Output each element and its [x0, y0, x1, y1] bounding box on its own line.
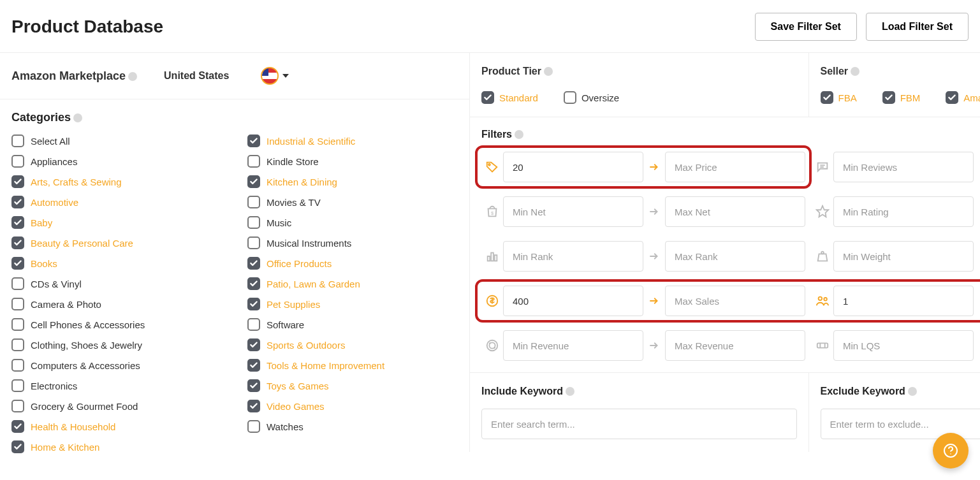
checkbox[interactable] [11, 338, 24, 351]
category-item2-12[interactable]: Toys & Games [247, 379, 458, 392]
category-item-3[interactable]: Automotive [11, 196, 222, 208]
filter-rank-min-input[interactable] [503, 241, 643, 272]
checkbox[interactable] [11, 257, 24, 270]
checkbox[interactable] [247, 277, 260, 290]
checkbox[interactable] [11, 318, 24, 331]
filter-star-min-input[interactable] [833, 196, 974, 227]
checkbox[interactable] [247, 175, 260, 188]
filter-tag-min-input[interactable] [503, 152, 643, 182]
checkbox[interactable] [11, 277, 24, 290]
checkbox[interactable] [247, 318, 260, 331]
filter-bag-min-input[interactable] [503, 196, 643, 227]
category-item-8[interactable]: Camera & Photo [11, 298, 222, 310]
category-item-0[interactable]: Select All [11, 135, 222, 147]
checkbox[interactable] [11, 196, 24, 208]
filter-sellers-min-input[interactable] [833, 286, 974, 316]
category-item2-2[interactable]: Kitchen & Dining [247, 175, 458, 188]
category-item2-8[interactable]: Pet Supplies [247, 298, 458, 310]
seller-item-1[interactable]: FBM [882, 91, 921, 104]
checkbox[interactable] [481, 91, 494, 104]
category-item2-6[interactable]: Office Products [247, 257, 458, 270]
checkbox[interactable] [11, 440, 24, 453]
product-tier-item-1[interactable]: Oversize [564, 91, 619, 104]
checkbox[interactable] [11, 155, 24, 168]
product-tier-item-0[interactable]: Standard [481, 91, 538, 104]
filter-dollar-min-input[interactable] [503, 286, 643, 316]
checkbox[interactable] [247, 236, 260, 249]
category-item2-4[interactable]: Music [247, 216, 458, 229]
checkbox-label: FBM [900, 92, 921, 103]
category-item2-9[interactable]: Software [247, 318, 458, 331]
checkbox[interactable] [11, 298, 24, 310]
category-item-14[interactable]: Health & Household [11, 420, 222, 433]
category-item2-5[interactable]: Musical Instruments [247, 236, 458, 249]
checkbox[interactable] [11, 216, 24, 229]
filter-chat-min-input[interactable] [833, 152, 974, 182]
checkbox[interactable] [564, 91, 576, 104]
include-keyword-input[interactable] [481, 409, 797, 439]
load-filter-button[interactable]: Load Filter Set [866, 13, 969, 41]
filter-tag-max-input[interactable] [665, 152, 805, 182]
checkbox[interactable] [247, 420, 260, 433]
filter-lqs-min-input[interactable] [833, 330, 974, 361]
filter-revenue-min-input[interactable] [503, 330, 643, 361]
checkbox-label: Computers & Accessories [31, 360, 140, 371]
checkbox[interactable] [247, 379, 260, 392]
checkbox[interactable] [247, 155, 260, 168]
filter-rank-max-input[interactable] [665, 241, 805, 272]
checkbox[interactable] [821, 91, 833, 104]
checkbox-label: Industrial & Scientific [267, 136, 355, 147]
svg-text:$: $ [491, 210, 494, 216]
checkbox[interactable] [247, 359, 260, 372]
category-item-5[interactable]: Beauty & Personal Care [11, 236, 222, 249]
checkbox-label: Movies & TV [267, 197, 321, 208]
category-item-10[interactable]: Clothing, Shoes & Jewelry [11, 338, 222, 351]
category-item2-14[interactable]: Watches [247, 420, 458, 433]
filter-revenue-max-input[interactable] [665, 330, 805, 361]
category-item-15[interactable]: Home & Kitchen [11, 440, 222, 453]
filter-bag-max-input[interactable] [665, 196, 805, 227]
checkbox[interactable] [247, 400, 260, 412]
category-item-6[interactable]: Books [11, 257, 222, 270]
category-item-4[interactable]: Baby [11, 216, 222, 229]
category-item2-1[interactable]: Kindle Store [247, 155, 458, 168]
category-item2-13[interactable]: Video Games [247, 400, 458, 412]
arrow-right-icon [974, 295, 980, 307]
checkbox[interactable] [247, 216, 260, 229]
checkbox[interactable] [11, 379, 24, 392]
chat-icon [812, 160, 833, 174]
checkbox[interactable] [247, 135, 260, 147]
category-item-7[interactable]: CDs & Vinyl [11, 277, 222, 290]
checkbox[interactable] [11, 236, 24, 249]
category-item-9[interactable]: Cell Phones & Accessories [11, 318, 222, 331]
checkbox[interactable] [11, 400, 24, 412]
checkbox[interactable] [247, 196, 260, 208]
checkbox[interactable] [247, 257, 260, 270]
checkbox[interactable] [882, 91, 895, 104]
category-item-13[interactable]: Grocery & Gourmet Food [11, 400, 222, 412]
checkbox[interactable] [247, 338, 260, 351]
seller-item-0[interactable]: FBA [821, 91, 857, 104]
checkbox[interactable] [11, 420, 24, 433]
category-item2-3[interactable]: Movies & TV [247, 196, 458, 208]
category-item-1[interactable]: Appliances [11, 155, 222, 168]
category-item-12[interactable]: Electronics [11, 379, 222, 392]
marketplace-selector[interactable] [261, 67, 289, 85]
category-item2-11[interactable]: Tools & Home Improvement [247, 359, 458, 372]
filter-dollar-max-input[interactable] [665, 286, 805, 316]
category-item-2[interactable]: Arts, Crafts & Sewing [11, 175, 222, 188]
category-item2-10[interactable]: Sports & Outdoors [247, 338, 458, 351]
filter-weight-min-input[interactable] [833, 241, 974, 272]
checkbox[interactable] [11, 359, 24, 372]
checkbox[interactable] [247, 298, 260, 310]
help-button[interactable] [933, 433, 969, 465]
checkbox[interactable] [946, 91, 958, 104]
save-filter-button[interactable]: Save Filter Set [755, 13, 857, 41]
checkbox[interactable] [11, 135, 24, 147]
category-item2-7[interactable]: Patio, Lawn & Garden [247, 277, 458, 290]
checkbox[interactable] [11, 175, 24, 188]
category-item2-0[interactable]: Industrial & Scientific [247, 135, 458, 147]
seller-item-2[interactable]: Amazon [946, 91, 980, 104]
category-item-11[interactable]: Computers & Accessories [11, 359, 222, 372]
arrow-right-icon [643, 206, 665, 217]
